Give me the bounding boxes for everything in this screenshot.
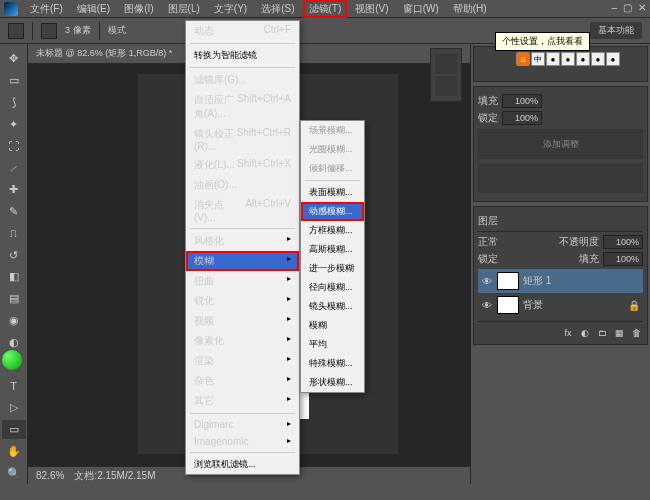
blur-smart[interactable]: 特殊模糊... [301,354,364,373]
properties-panel-icon[interactable] [435,76,457,96]
path-tool[interactable]: ▷ [2,398,26,418]
blur-tool[interactable]: ◉ [2,311,26,331]
lasso-tool[interactable]: ⟆ [2,93,26,113]
gradient-tool[interactable]: ▤ [2,289,26,309]
minimize-icon[interactable]: – [611,2,617,13]
layer-row[interactable]: 👁 矩形 1 [478,269,643,293]
folder-icon[interactable]: 🗀 [595,326,609,340]
blur-iris[interactable]: 光圈模糊... [301,140,364,159]
shape-tool[interactable]: ▭ [2,420,26,440]
maximize-icon[interactable]: ▢ [623,2,632,13]
ime-btn[interactable]: ● [546,52,560,66]
ime-btn[interactable]: ● [576,52,590,66]
ime-btn[interactable]: ● [606,52,620,66]
heal-tool[interactable]: ✚ [2,180,26,200]
close-icon[interactable]: ✕ [638,2,646,13]
blur-field[interactable]: 场景模糊... [301,121,364,140]
blur-tilt-shift[interactable]: 倾斜偏移... [301,159,364,178]
ime-btn[interactable]: ● [591,52,605,66]
external-overlay-icon[interactable] [2,350,22,370]
fill-input[interactable] [502,94,542,108]
layer-name[interactable]: 矩形 1 [523,274,551,288]
eraser-tool[interactable]: ◧ [2,267,26,287]
menu-file[interactable]: 文件(F) [24,0,69,18]
blur-more[interactable]: 进一步模糊 [301,259,364,278]
brush-tool[interactable]: ✎ [2,202,26,222]
filter-liquify[interactable]: 液化(L)...Shift+Ctrl+X [186,155,299,175]
fill-input-2[interactable] [603,252,643,266]
filter-video[interactable]: 视频 [186,311,299,331]
zoom-tool[interactable]: 🔍 [2,463,26,483]
menu-layer[interactable]: 图层(L) [162,0,206,18]
eyedropper-tool[interactable]: ⟋ [2,158,26,178]
filter-adaptive-wide[interactable]: 自适应广角(A)...Shift+Ctrl+A [186,90,299,124]
history-panel-icon[interactable] [435,54,457,74]
filter-distort[interactable]: 扭曲 [186,271,299,291]
filter-convert-smart[interactable]: 转换为智能滤镜 [186,46,299,65]
hand-tool[interactable]: ✋ [2,441,26,461]
filter-noise[interactable]: 杂色 [186,371,299,391]
stamp-tool[interactable]: ⎍ [2,223,26,243]
lock-input[interactable] [502,111,542,125]
menu-help[interactable]: 帮助(H) [447,0,493,18]
blur-box[interactable]: 方框模糊... [301,221,364,240]
blur-average[interactable]: 平均 [301,335,364,354]
blur-lens[interactable]: 镜头模糊... [301,297,364,316]
ime-logo-icon[interactable]: S [516,52,530,66]
zoom-level[interactable]: 82.6% [36,470,64,481]
brush-preview-icon[interactable] [41,23,57,39]
filter-oil-paint[interactable]: 油画(O)... [186,175,299,195]
move-tool[interactable]: ✥ [2,49,26,69]
menu-window[interactable]: 窗口(W) [397,0,445,18]
filter-lens-correction[interactable]: 镜头校正(R)...Shift+Ctrl+R [186,124,299,155]
ime-btn[interactable]: ● [561,52,575,66]
filter-render[interactable]: 渲染 [186,351,299,371]
marquee-tool[interactable]: ▭ [2,71,26,91]
layer-row[interactable]: 👁 背景 🔒 [478,293,643,317]
blur-surface[interactable]: 表面模糊... [301,183,364,202]
blur-radial[interactable]: 径向模糊... [301,278,364,297]
history-brush-tool[interactable]: ↺ [2,245,26,265]
blend-mode[interactable]: 正常 [478,235,498,249]
menu-filter[interactable]: 滤镜(T) [303,0,348,18]
new-layer-icon[interactable]: ▦ [612,326,626,340]
filter-digimarc[interactable]: Digimarc [186,416,299,433]
menu-edit[interactable]: 编辑(E) [71,0,116,18]
trash-icon[interactable]: 🗑 [629,326,643,340]
ime-lang[interactable]: 中 [531,52,545,66]
filter-vanishing-point[interactable]: 消失点(V)...Alt+Ctrl+V [186,195,299,226]
menu-type[interactable]: 文字(Y) [208,0,253,18]
filter-browse-online[interactable]: 浏览联机滤镜... [186,455,299,474]
menu-view[interactable]: 视图(V) [349,0,394,18]
type-tool[interactable]: T [2,376,26,396]
blur-motion[interactable]: 动感模糊... [301,202,364,221]
workspace-switcher[interactable]: 基本功能 [590,22,642,39]
layer-thumb[interactable] [497,272,519,290]
adjustment-slot[interactable]: 添加调整 [478,129,643,159]
filter-blur[interactable]: 模糊 [186,251,299,271]
blur-gaussian[interactable]: 高斯模糊... [301,240,364,259]
mask-icon[interactable]: ◐ [578,326,592,340]
visibility-icon[interactable]: 👁 [481,275,493,287]
filter-other[interactable]: 其它 [186,391,299,411]
wand-tool[interactable]: ✦ [2,114,26,134]
layer-name[interactable]: 背景 [523,298,543,312]
ime-toolbar[interactable]: S 中 ● ● ● ● ● [516,52,620,66]
filter-stylize[interactable]: 风格化 [186,231,299,251]
menu-image[interactable]: 图像(I) [118,0,159,18]
filter-sharpen[interactable]: 锐化 [186,291,299,311]
blur-shape[interactable]: 形状模糊... [301,373,364,392]
layers-tab[interactable]: 图层 [478,214,498,228]
blur-blur[interactable]: 模糊 [301,316,364,335]
fx-icon[interactable]: fx [561,326,575,340]
menu-select[interactable]: 选择(S) [255,0,300,18]
adjustment-slot-2[interactable] [478,163,643,193]
visibility-icon[interactable]: 👁 [481,299,493,311]
tool-preset-icon[interactable] [8,23,24,39]
filter-imagenomic[interactable]: Imagenomic [186,433,299,450]
layer-thumb[interactable] [497,296,519,314]
crop-tool[interactable]: ⛶ [2,136,26,156]
filter-gallery[interactable]: 滤镜库(G)... [186,70,299,90]
opacity-input[interactable] [603,235,643,249]
filter-pixelate[interactable]: 像素化 [186,331,299,351]
